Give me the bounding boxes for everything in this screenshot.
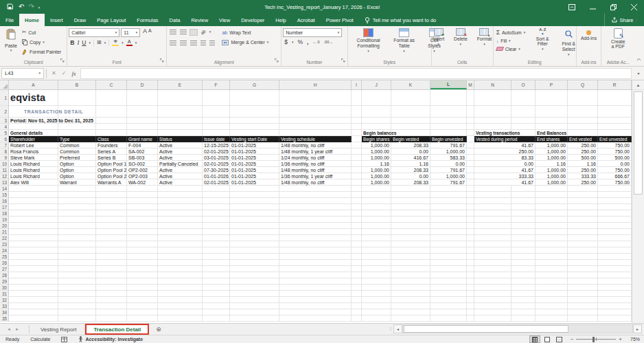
cell[interactable] bbox=[9, 192, 58, 198]
cell[interactable] bbox=[568, 223, 598, 229]
cell[interactable] bbox=[352, 155, 362, 161]
cell[interactable]: 208.33 bbox=[391, 179, 430, 186]
cell[interactable] bbox=[230, 217, 279, 223]
cell[interactable] bbox=[58, 278, 96, 285]
cell[interactable] bbox=[467, 309, 474, 316]
cell[interactable] bbox=[352, 148, 362, 155]
cell[interactable] bbox=[511, 223, 536, 229]
cell[interactable] bbox=[203, 217, 230, 223]
cell[interactable] bbox=[391, 90, 430, 106]
cell[interactable] bbox=[9, 272, 58, 278]
cell[interactable]: Louis Richard bbox=[9, 167, 58, 173]
cell[interactable] bbox=[352, 106, 362, 118]
cell[interactable] bbox=[158, 124, 203, 130]
align-left-icon[interactable] bbox=[170, 41, 176, 46]
cell[interactable]: 02-01-2025 bbox=[203, 179, 230, 186]
cell[interactable] bbox=[467, 229, 474, 235]
ribbon-display-options-icon[interactable] bbox=[562, 0, 582, 14]
cell[interactable] bbox=[352, 247, 362, 254]
cell[interactable] bbox=[279, 229, 352, 235]
cell[interactable]: Class bbox=[96, 136, 127, 142]
cell[interactable] bbox=[230, 198, 279, 204]
cell[interactable] bbox=[391, 198, 430, 204]
cell[interactable] bbox=[230, 223, 279, 229]
ribbon-tab-power-pivot[interactable]: Power Pivot bbox=[321, 14, 359, 26]
sheet-tab-vesting-report[interactable]: Vesting Report bbox=[32, 324, 85, 335]
ribbon-tab-view[interactable]: View bbox=[214, 14, 235, 26]
decrease-indent-icon[interactable] bbox=[200, 41, 206, 46]
cell[interactable] bbox=[536, 309, 568, 316]
cell[interactable] bbox=[568, 217, 598, 223]
cell[interactable] bbox=[58, 297, 96, 303]
cell[interactable] bbox=[568, 118, 598, 124]
cell[interactable] bbox=[391, 285, 430, 291]
cell[interactable] bbox=[598, 254, 632, 260]
cell[interactable] bbox=[9, 297, 58, 303]
clear-button[interactable]: Clear ▾ bbox=[495, 45, 527, 53]
cell[interactable] bbox=[362, 198, 391, 204]
cell[interactable] bbox=[391, 303, 430, 309]
cell[interactable] bbox=[430, 291, 467, 297]
cell[interactable] bbox=[474, 272, 511, 278]
cell[interactable] bbox=[96, 260, 127, 266]
cell[interactable] bbox=[127, 217, 158, 223]
cell[interactable] bbox=[362, 254, 391, 260]
cell[interactable] bbox=[362, 192, 391, 198]
cell[interactable] bbox=[467, 192, 474, 198]
cell[interactable] bbox=[9, 247, 58, 254]
cell[interactable] bbox=[352, 235, 362, 241]
orientation-dropdown-icon[interactable]: ▾ bbox=[209, 30, 211, 34]
cell[interactable] bbox=[158, 303, 203, 309]
cell[interactable] bbox=[352, 204, 362, 210]
cell[interactable] bbox=[203, 204, 230, 210]
cell[interactable] bbox=[203, 229, 230, 235]
cell[interactable] bbox=[430, 192, 467, 198]
cell[interactable] bbox=[467, 266, 474, 272]
cell[interactable] bbox=[474, 118, 511, 124]
enter-icon[interactable]: ✓ bbox=[59, 70, 69, 76]
cell[interactable] bbox=[474, 291, 511, 297]
column-header-O[interactable]: O bbox=[511, 80, 536, 89]
cell[interactable] bbox=[279, 235, 352, 241]
scroll-right-icon[interactable]: ► bbox=[633, 324, 642, 333]
paste-button[interactable]: Paste ▾ bbox=[1, 27, 21, 54]
align-top-icon[interactable] bbox=[170, 30, 176, 35]
cell[interactable] bbox=[568, 204, 598, 210]
row-header-13[interactable]: 13 bbox=[0, 179, 9, 186]
cell[interactable] bbox=[511, 260, 536, 266]
cell[interactable]: Vesting transactions bbox=[474, 130, 511, 136]
sheet-nav-left-icon[interactable]: ◄ bbox=[7, 327, 11, 331]
cell[interactable] bbox=[230, 90, 279, 106]
cell[interactable]: 250.00 bbox=[568, 148, 598, 155]
cell[interactable] bbox=[58, 198, 96, 204]
cell[interactable] bbox=[467, 297, 474, 303]
cell[interactable] bbox=[127, 210, 158, 217]
row-header-32[interactable]: 32 bbox=[0, 297, 9, 303]
cell[interactable] bbox=[352, 142, 362, 148]
cell[interactable] bbox=[511, 198, 536, 204]
cell[interactable] bbox=[430, 278, 467, 285]
cell[interactable] bbox=[536, 247, 568, 254]
cell[interactable] bbox=[362, 90, 391, 106]
cell[interactable] bbox=[598, 266, 632, 272]
cell[interactable] bbox=[58, 90, 96, 106]
cell[interactable] bbox=[158, 254, 203, 260]
cell[interactable]: 41.67 bbox=[474, 142, 536, 148]
cell[interactable] bbox=[9, 241, 58, 247]
cell[interactable] bbox=[511, 204, 536, 210]
cell[interactable] bbox=[127, 291, 158, 297]
cell[interactable]: Active bbox=[158, 148, 203, 155]
cell[interactable] bbox=[203, 198, 230, 204]
cell[interactable] bbox=[9, 309, 58, 316]
cell[interactable] bbox=[467, 278, 474, 285]
cell[interactable] bbox=[430, 204, 467, 210]
cell[interactable] bbox=[536, 303, 568, 309]
cell[interactable] bbox=[511, 297, 536, 303]
cell[interactable] bbox=[430, 266, 467, 272]
select-all-corner[interactable] bbox=[0, 80, 9, 89]
cell[interactable] bbox=[362, 285, 391, 291]
percent-style-icon[interactable]: % bbox=[298, 39, 303, 45]
ribbon-tab-home[interactable]: Home bbox=[19, 14, 45, 26]
cell[interactable]: 0.00 bbox=[391, 173, 430, 179]
cell[interactable] bbox=[352, 285, 362, 291]
